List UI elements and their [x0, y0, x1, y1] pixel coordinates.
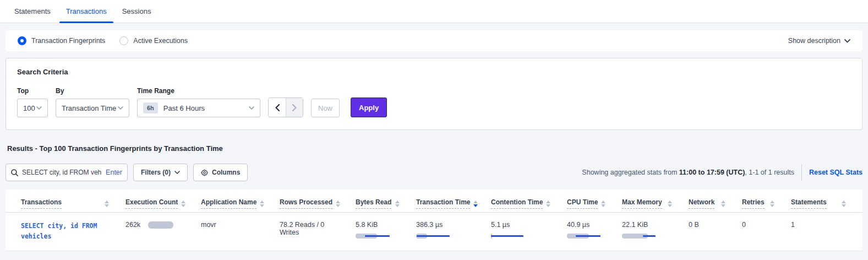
top-tab-bar: Statements Transactions Sessions — [0, 0, 868, 23]
column-header-execution-count[interactable]: Execution Count — [125, 192, 201, 213]
search-criteria-title: Search Criteria — [17, 68, 851, 76]
top-select[interactable]: 100 — [17, 99, 48, 117]
statements-value: 1 — [791, 221, 795, 229]
show-description-label: Show description — [788, 37, 840, 45]
column-header-network[interactable]: Network — [689, 192, 742, 213]
page-body: Transaction Fingerprints Active Executio… — [0, 23, 868, 251]
cell-retries: 0 — [742, 213, 791, 251]
column-header-bytes-read[interactable]: Bytes Read — [356, 192, 416, 213]
cell-bytes-read: 5.8 KiB — [356, 213, 416, 251]
cell-rows-processed: 78.2 Reads / 0 Writes — [280, 213, 356, 251]
tab-transactions[interactable]: Transactions — [58, 0, 114, 23]
chevron-down-icon — [118, 106, 123, 110]
time-range-badge: 6h — [143, 102, 158, 113]
cell-max-memory: 22.1 KiB — [622, 213, 689, 251]
application-name-value: movr — [201, 221, 216, 229]
search-enter-button[interactable]: Enter — [106, 169, 122, 176]
columns-button[interactable]: Columns — [193, 164, 248, 181]
transaction-time-bar — [416, 234, 455, 239]
cell-application-name: movr — [201, 213, 280, 251]
transaction-fingerprint-link[interactable]: SELECT city, id FROM vehicles — [21, 222, 97, 240]
sort-icon[interactable] — [842, 201, 846, 207]
results-table-card: Transactions Execution Count Application… — [6, 189, 862, 251]
top-select-value: 100 — [23, 104, 35, 112]
column-header-application-name[interactable]: Application Name — [201, 192, 280, 213]
sort-icon[interactable] — [336, 201, 340, 207]
radio-unselected-icon — [119, 36, 128, 45]
column-header-contention-time[interactable]: Contention Time — [491, 192, 567, 213]
table-header-row: Transactions Execution Count Application… — [6, 192, 862, 213]
sort-icon[interactable] — [770, 201, 774, 207]
column-header-cpu-time[interactable]: CPU Time — [567, 192, 622, 213]
show-description-toggle[interactable]: Show description — [788, 37, 850, 45]
execution-count-value: 262k — [125, 221, 140, 229]
top-label: Top — [17, 87, 48, 95]
radio-selected-icon — [18, 36, 26, 45]
chevron-down-icon — [844, 39, 850, 43]
stats-prefix: Showing aggregated stats from — [582, 169, 679, 176]
chevron-down-icon — [36, 106, 42, 110]
results-search-input[interactable] — [22, 169, 102, 176]
time-range-value: Past 6 Hours — [163, 104, 205, 112]
radio-label: Active Executions — [133, 37, 188, 45]
sort-icon[interactable] — [260, 201, 264, 207]
transaction-time-value: 386.3 µs — [416, 221, 474, 229]
aggregated-stats: Showing aggregated stats from 11:00 to 1… — [582, 164, 862, 181]
time-range-label: Time Range — [137, 87, 260, 95]
columns-label: Columns — [212, 169, 240, 176]
sort-icon[interactable] — [395, 201, 400, 207]
cell-execution-count: 262k — [125, 213, 201, 251]
chevron-left-icon — [275, 104, 280, 111]
cell-cpu-time: 40.9 µs — [567, 213, 622, 251]
gear-icon — [201, 169, 208, 176]
radio-active-executions[interactable]: Active Executions — [119, 36, 188, 45]
sort-icon[interactable] — [105, 201, 109, 207]
column-header-max-memory[interactable]: Max Memory — [622, 192, 689, 213]
radio-label: Transaction Fingerprints — [31, 37, 105, 45]
max-memory-bar — [622, 234, 660, 239]
cell-statements: 1 — [791, 213, 862, 251]
cell-transactions: SELECT city, id FROM vehicles — [6, 213, 125, 251]
column-header-retries[interactable]: Retries — [742, 192, 791, 213]
tab-statements[interactable]: Statements — [7, 0, 58, 23]
by-select[interactable]: Transaction Time — [56, 99, 129, 117]
chevron-right-icon — [292, 104, 297, 111]
next-time-button[interactable] — [286, 98, 303, 117]
filters-button[interactable]: Filters (0) — [133, 164, 188, 181]
previous-time-button[interactable] — [269, 98, 286, 117]
results-search-box[interactable]: Enter — [6, 164, 128, 181]
contention-time-value: 5.1 µs — [491, 221, 550, 229]
top-field: Top 100 — [17, 87, 48, 117]
now-button[interactable]: Now — [311, 99, 340, 117]
results-title: Results - Top 100 Transaction Fingerprin… — [7, 144, 862, 153]
execution-count-bar — [148, 221, 173, 229]
sort-icon[interactable] — [181, 201, 185, 207]
apply-button[interactable]: Apply — [351, 98, 387, 117]
sort-icon[interactable] — [668, 201, 672, 207]
cell-network: 0 B — [689, 213, 742, 251]
radio-transaction-fingerprints[interactable]: Transaction Fingerprints — [18, 36, 105, 45]
reset-sql-stats-link[interactable]: Reset SQL Stats — [809, 169, 862, 176]
sort-icon[interactable] — [546, 201, 550, 207]
bytes-read-value: 5.8 KiB — [356, 221, 400, 229]
bytes-read-bar — [356, 234, 394, 239]
sort-icon-active[interactable] — [473, 201, 478, 207]
sort-icon[interactable] — [601, 201, 605, 207]
time-step-group — [268, 98, 303, 117]
by-select-value: Transaction Time — [62, 104, 116, 112]
view-mode-strip: Transaction Fingerprints Active Executio… — [6, 30, 862, 51]
stats-suffix: , 1-1 of 1 results — [745, 169, 794, 176]
time-range-select[interactable]: 6h Past 6 Hours — [137, 99, 260, 117]
network-value: 0 B — [689, 221, 699, 229]
sort-icon[interactable] — [721, 201, 725, 207]
column-header-statements[interactable]: Statements — [791, 192, 862, 213]
column-header-transaction-time[interactable]: Transaction Time — [416, 192, 491, 213]
time-range-field: Time Range 6h Past 6 Hours — [137, 87, 260, 117]
cell-contention-time: 5.1 µs — [491, 213, 567, 251]
chevron-down-icon — [249, 106, 254, 110]
column-header-rows-processed[interactable]: Rows Processed — [280, 192, 356, 213]
tab-sessions[interactable]: Sessions — [114, 0, 159, 23]
column-header-transactions[interactable]: Transactions — [6, 192, 125, 213]
search-icon — [11, 169, 18, 176]
results-controls: Enter Filters (0) Columns Showing aggreg… — [6, 164, 862, 181]
